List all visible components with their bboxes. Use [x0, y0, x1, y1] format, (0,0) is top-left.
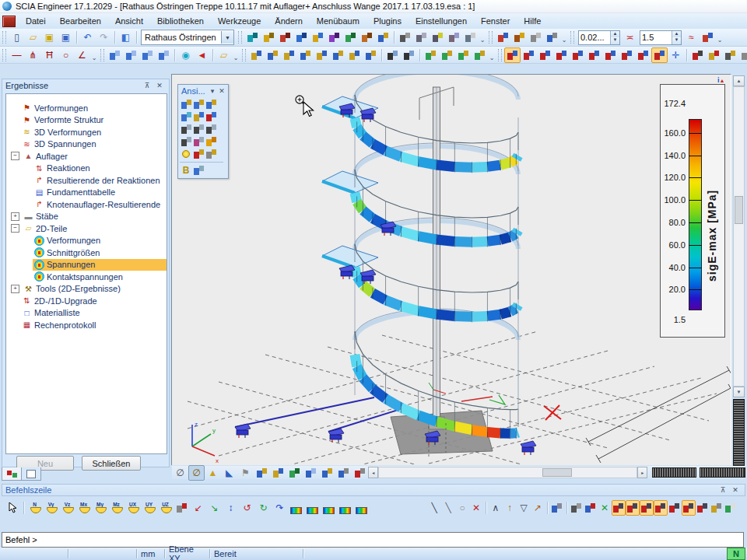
- zoom-selection-icon[interactable]: [192, 135, 205, 148]
- polyline-snap-icon[interactable]: ╲: [441, 500, 455, 516]
- mesh-display-icon[interactable]: [286, 465, 303, 481]
- menu-item-plugins[interactable]: Plugins: [366, 14, 409, 28]
- loads-display-icon[interactable]: [254, 465, 270, 481]
- section-flag-icon[interactable]: [174, 500, 190, 516]
- info-icon[interactable]: i▲: [717, 76, 728, 87]
- result-button-mz[interactable]: Mz: [108, 500, 124, 516]
- window-view-icon-3[interactable]: [139, 47, 156, 63]
- line-tool-icon[interactable]: —: [9, 47, 25, 63]
- arrow-blue-icon[interactable]: ↕: [223, 500, 239, 516]
- direction-icon[interactable]: ↑: [503, 500, 517, 516]
- arrow-green-icon[interactable]: ↘: [206, 500, 223, 516]
- result-display-icon-6[interactable]: [586, 47, 602, 63]
- menu-item-ndern[interactable]: Ändern: [268, 14, 309, 28]
- toolbar-grip[interactable]: [489, 31, 493, 44]
- result-button-vy[interactable]: Vy: [43, 500, 59, 516]
- mesh-icon[interactable]: [293, 30, 310, 45]
- zoom-all-icon[interactable]: [180, 135, 192, 148]
- snap-indicator[interactable]: N: [727, 548, 745, 560]
- horizontal-scroll-thumb[interactable]: [542, 468, 572, 477]
- result-button-vz[interactable]: Vz: [59, 500, 75, 516]
- result-button-n[interactable]: N: [26, 500, 43, 516]
- member-tool-icon-6[interactable]: [330, 47, 346, 63]
- arc-snap-icon[interactable]: [696, 500, 710, 516]
- bounding-box-snap-icon[interactable]: [682, 500, 696, 516]
- activity-icon[interactable]: [277, 30, 293, 45]
- label-tool-icon-3[interactable]: [455, 47, 472, 63]
- command-input[interactable]: Befehl >: [2, 532, 744, 548]
- print-icon[interactable]: [397, 30, 413, 45]
- combobox-dropdown-icon[interactable]: ▼: [221, 31, 233, 44]
- numbering-icon[interactable]: [544, 30, 560, 45]
- camera-view-icon[interactable]: [205, 148, 217, 160]
- result-display-icon-7[interactable]: [602, 47, 619, 63]
- menu-item-ansicht[interactable]: Ansicht: [108, 14, 150, 28]
- project-combobox[interactable]: Rathaus Östringen▼: [141, 30, 234, 45]
- toolbar-grip[interactable]: [570, 31, 574, 44]
- tree-item-knotenauflagerresultierende[interactable]: ↱Knotenauflager-Resultierende: [6, 198, 167, 211]
- tree-item-schnittgrößen[interactable]: Schnittgrößen: [6, 247, 167, 259]
- result-button-mx[interactable]: Mx: [75, 500, 92, 516]
- delete-node-icon[interactable]: ✕: [469, 500, 483, 516]
- toolbar-overflow-icon[interactable]: ⌄: [560, 31, 568, 44]
- scale-deformation-icon[interactable]: ≍: [622, 30, 638, 45]
- toolbar-overflow-icon[interactable]: ⌄: [716, 31, 724, 44]
- vertical-scroll-thumb[interactable]: [735, 196, 743, 224]
- rotation-trackbar-y[interactable]: [700, 467, 745, 478]
- tree-item-kontaktspannungen[interactable]: Kontaktspannungen: [6, 271, 167, 283]
- member-tool-icon-2[interactable]: [265, 47, 281, 63]
- search-icon[interactable]: [384, 47, 401, 63]
- calculator-icon[interactable]: [430, 30, 446, 45]
- window-view-icon-2[interactable]: [123, 47, 139, 63]
- load-case-display-icon[interactable]: [270, 465, 286, 481]
- scroll-down-button[interactable]: ▼: [733, 387, 745, 397]
- zoom-window-icon[interactable]: [205, 123, 217, 135]
- menu-item-werkzeuge[interactable]: Werkzeuge: [211, 14, 268, 28]
- clipboard-icon[interactable]: [495, 30, 511, 45]
- result-button-uz[interactable]: UZ: [157, 500, 174, 516]
- tree-item-spannungen[interactable]: Spannungen: [6, 259, 167, 271]
- tree-item-materialliste[interactable]: □Materialliste: [6, 307, 167, 320]
- axis-snap-icon[interactable]: [584, 500, 598, 516]
- camera-icon[interactable]: [706, 47, 722, 63]
- units-icon[interactable]: [244, 30, 261, 45]
- tree-item-verformtestruktur[interactable]: ⚑Verformte Struktur: [6, 114, 167, 127]
- result-size-icon[interactable]: [700, 30, 716, 45]
- panel-tab-results[interactable]: [2, 467, 22, 481]
- member-tool-icon-5[interactable]: [314, 47, 330, 63]
- line-snap-icon[interactable]: ╲: [427, 500, 441, 516]
- image-gallery-icon[interactable]: [689, 47, 706, 63]
- visibility-icon[interactable]: ◉: [177, 47, 194, 63]
- clipping-plane-icon[interactable]: ◄: [194, 47, 210, 63]
- menu-item-einstellungen[interactable]: Einstellungen: [409, 14, 474, 28]
- tree-item-2dteile[interactable]: −▱2D-Teile: [6, 222, 167, 235]
- toolbar-grip[interactable]: [100, 49, 104, 61]
- calculator-small-icon[interactable]: [724, 500, 738, 516]
- member-tool-icon-7[interactable]: [346, 47, 363, 63]
- labels-display-icon[interactable]: ⚑: [237, 465, 254, 481]
- horizontal-scrollbar[interactable]: [378, 467, 637, 478]
- menu-item-menbaum[interactable]: Menübaum: [310, 14, 366, 28]
- plane-icon[interactable]: ▽: [517, 500, 531, 516]
- spin-up-icon[interactable]: ▲: [672, 31, 681, 38]
- tree-item-rechenprotokoll[interactable]: ▦Rechenprotokoll: [6, 319, 167, 331]
- member-tool-icon-1[interactable]: [248, 47, 265, 63]
- concrete-setup-icon[interactable]: [326, 30, 342, 45]
- midpoint-cross-icon[interactable]: ✕: [598, 500, 612, 516]
- deformation-scale-spinner-spin-buttons[interactable]: ▲▼: [610, 31, 619, 44]
- render-wireframe-icon[interactable]: ∅: [172, 465, 188, 481]
- spin-down-icon[interactable]: ▼: [610, 37, 619, 44]
- menu-item-bearbeiten[interactable]: Bearbeiten: [53, 14, 108, 28]
- open-project-icon[interactable]: ▱: [25, 30, 41, 45]
- tree-item-verformungen[interactable]: ⚑Verformungen: [6, 102, 167, 114]
- spin-down-icon[interactable]: ▼: [672, 37, 681, 44]
- document-icon[interactable]: [319, 465, 335, 481]
- toolbar-overflow-icon[interactable]: ⌄: [232, 49, 240, 61]
- tree-item-3dspannungen[interactable]: ≋3D Spannungen: [6, 138, 167, 151]
- member-tool-icon-4[interactable]: [297, 47, 314, 63]
- zoom-out-icon[interactable]: [192, 123, 205, 135]
- redo-icon[interactable]: ↷: [96, 30, 112, 45]
- select-cursor-icon[interactable]: [5, 500, 21, 516]
- pixel-grid-icon[interactable]: [528, 30, 544, 45]
- window-mode-icon[interactable]: [192, 164, 205, 177]
